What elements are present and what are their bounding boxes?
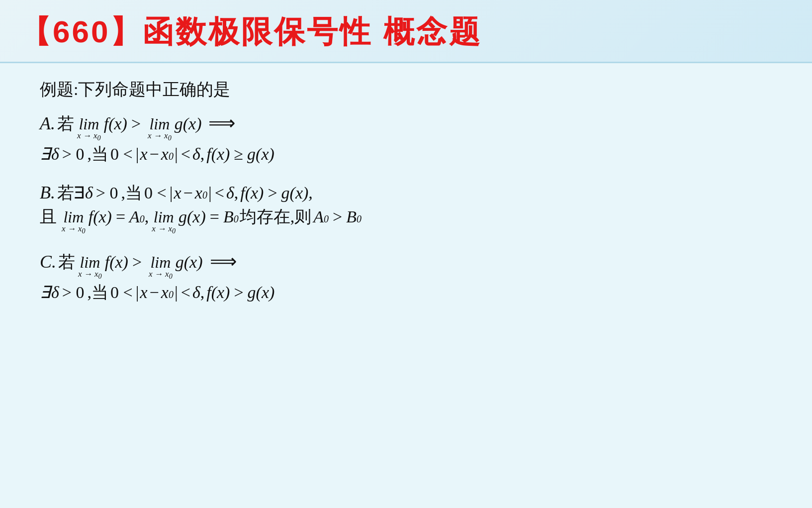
gt0-b: > 0	[96, 184, 118, 203]
x-c: x	[140, 283, 148, 302]
option-c-line2: ∃ δ > 0 ,当 0 < | x − x 0 | < δ , f (x) >…	[40, 281, 782, 304]
dang-b: ,当	[121, 182, 143, 204]
page-title: 【660】函数极限保号性 概念题	[20, 11, 792, 53]
x0-b: x	[195, 184, 202, 203]
dang-a: ,当	[88, 143, 109, 166]
option-b-line2: 且 lim x → x0 f (x) = A 0 , lim x → x0 g …	[40, 205, 782, 235]
gb: g	[179, 207, 187, 226]
gx-c2: g	[248, 283, 256, 302]
fx-c3: (x)	[211, 283, 230, 302]
sub0-b: 0	[202, 190, 207, 201]
minus-c: −	[150, 283, 159, 302]
option-a-line1: A. 若 lim x → x0 f (x) > lim x → x0 g (x)…	[40, 112, 782, 142]
fx2-a: f	[206, 145, 211, 164]
gx4-a: (x)	[256, 145, 274, 164]
dang-c: ,当	[88, 281, 109, 304]
delta-b: δ	[85, 184, 93, 203]
gt-c2: >	[234, 283, 243, 302]
gb2: (x)	[187, 207, 206, 226]
comma-c: ,	[200, 283, 205, 302]
geq-a: ≥	[234, 145, 243, 164]
x-b: x	[174, 184, 181, 203]
gc: g	[176, 253, 184, 272]
gt-b: >	[268, 184, 277, 203]
lim-fx-c: lim x → x0	[78, 253, 102, 280]
exists-a: ∃	[40, 144, 50, 164]
gt-b2: >	[333, 207, 342, 226]
minus-a: −	[150, 145, 159, 164]
gx-b: g	[281, 184, 290, 203]
sub0-B: 0	[234, 213, 239, 225]
lim-fx-a: lim x → x0	[77, 115, 101, 142]
zero-c: 0 <	[110, 283, 133, 302]
label-a: A.	[40, 113, 55, 134]
lim-gx-c: lim x → x0	[149, 253, 173, 280]
a-ruo: 若	[57, 112, 74, 135]
gx-a2: (x)	[183, 114, 202, 133]
eq-b2: =	[210, 207, 219, 226]
x0-c: x	[161, 283, 169, 302]
A0-b: A	[129, 207, 140, 226]
option-a-line2: ∃ δ > 0 ,当 0 < | x − x 0 | < δ , f (x) ≥…	[40, 143, 782, 166]
gt0-a: > 0	[62, 145, 85, 164]
b-ruo: 若∃	[57, 182, 85, 204]
abs-c: |	[136, 283, 139, 302]
delta2-a: δ	[192, 145, 200, 164]
fx-b: f	[240, 184, 245, 203]
gx-a: g	[175, 114, 183, 133]
sub0-c: 0	[169, 289, 174, 301]
comma-b: ,	[234, 184, 239, 203]
abs-a: |	[136, 145, 139, 164]
abs2-a: |	[175, 145, 178, 164]
intro-text: 例题:下列命题中正确的是	[40, 78, 230, 101]
sub0-A: 0	[140, 213, 145, 225]
x-a: x	[140, 145, 148, 164]
fx3-a: (x)	[211, 145, 230, 164]
zero-a: 0 <	[110, 145, 133, 164]
content-area: 例题:下列命题中正确的是 A. 若 lim x → x0 f (x) > lim…	[0, 63, 812, 508]
lim-gx-b: lim x → x0	[152, 208, 176, 235]
gt-c: >	[132, 253, 142, 272]
gx3-a: g	[247, 145, 256, 164]
label-c: C.	[40, 251, 56, 272]
comma-b2: ,	[145, 207, 149, 226]
lim-fx-b: lim x → x0	[62, 208, 86, 235]
fx-c2: f	[206, 283, 211, 302]
title-bar: 【660】函数极限保号性 概念题	[0, 0, 812, 63]
abs-b: |	[170, 184, 173, 203]
junzai: 均存在,则	[240, 205, 312, 228]
delta2-c: δ	[192, 283, 200, 302]
fx2-b: (x)	[245, 184, 264, 203]
minus-b: −	[183, 184, 193, 203]
implies-c: ⟹	[210, 250, 237, 272]
delta-a: δ	[51, 145, 59, 164]
lt-delta-c: <	[181, 283, 190, 302]
exists-c: ∃	[40, 282, 50, 302]
b-qieqie: 且	[40, 205, 57, 228]
lt-delta-b: <	[215, 184, 224, 203]
B0-b: B	[223, 207, 234, 226]
delta2-b: δ	[226, 184, 234, 203]
fx-a2: (x)	[108, 114, 127, 133]
x0-a: x	[161, 145, 169, 164]
gx2-b: (x),	[290, 184, 313, 203]
abs2-c: |	[175, 283, 178, 302]
lim-gx-a: lim x → x0	[148, 115, 172, 142]
sub0-a: 0	[169, 151, 174, 162]
fc: f	[105, 253, 109, 272]
gx-c3: (x)	[256, 283, 275, 302]
zero-b: 0 <	[144, 184, 167, 203]
label-b: B.	[40, 182, 55, 203]
sub0-A2: 0	[324, 213, 329, 225]
option-c-line1: C. 若 lim x → x0 f (x) > lim x → x0 g (x)…	[40, 250, 782, 280]
fx-a: f	[104, 114, 108, 133]
gt0-c: > 0	[62, 283, 85, 302]
fc2: (x)	[109, 253, 128, 272]
fb2: (x)	[93, 207, 112, 226]
option-b-line1: B. 若∃ δ > 0 ,当 0 < | x − x 0 | < δ , f (…	[40, 182, 782, 204]
gc2: (x)	[184, 253, 203, 272]
sub0-B2: 0	[357, 213, 361, 225]
gt-a: >	[131, 114, 141, 133]
lt-delta-a: <	[181, 145, 190, 164]
A0-b2: A	[313, 207, 324, 226]
